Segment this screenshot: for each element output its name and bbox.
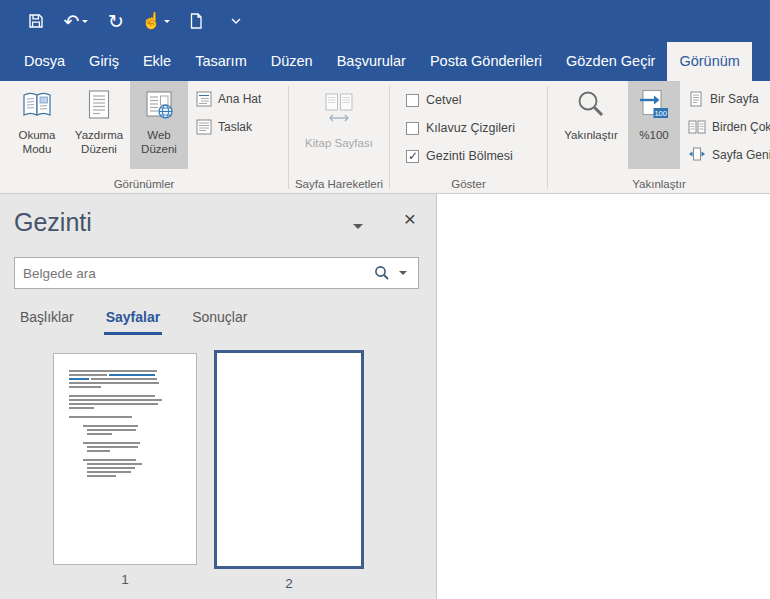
touch-mode-dropdown-caret-icon <box>164 20 170 23</box>
save-icon <box>27 12 45 30</box>
web-layout-icon <box>143 89 175 121</box>
draft-view-icon <box>196 119 212 135</box>
customize-qat-button[interactable] <box>216 6 256 36</box>
undo-button[interactable]: ↶ <box>56 6 96 36</box>
zoom-magnifier-icon <box>575 89 607 121</box>
book-page-button: Kitap Sayfası <box>296 81 382 169</box>
one-page-button[interactable]: Bir Sayfa <box>688 89 770 109</box>
gridlines-checkbox[interactable] <box>406 122 419 135</box>
tab-basvurular[interactable]: Başvurular <box>325 42 418 81</box>
tab-ekle[interactable]: Ekle <box>131 42 183 81</box>
pane-tab-basliklar[interactable]: Başlıklar <box>18 309 76 335</box>
zoom-100-icon: 100 <box>638 89 670 121</box>
page-thumbnail-1-content <box>54 354 196 477</box>
undo-icon: ↶ <box>64 12 80 31</box>
new-document-button[interactable] <box>176 6 216 36</box>
reading-mode-button[interactable]: Okuma Modu <box>6 81 68 169</box>
zoom-group-label: Yakınlaştır <box>548 178 770 190</box>
save-button[interactable] <box>16 6 56 36</box>
ribbon-group-zoom: Yakınlaştır 100 %100 <box>548 81 770 193</box>
navigation-pane: Gezinti × Başlıklar Sayfalar Sonuçlar 1 … <box>0 194 437 599</box>
document-search-box[interactable] <box>14 257 419 289</box>
navigation-pane-tabs: Başlıklar Sayfalar Sonuçlar <box>18 309 249 335</box>
tab-posta-gonderileri[interactable]: Posta Gönderileri <box>418 42 554 81</box>
search-dropdown-caret-icon[interactable] <box>399 271 407 275</box>
zoom-100-button[interactable]: 100 %100 <box>628 81 680 169</box>
pane-tab-sonuclar[interactable]: Sonuçlar <box>190 309 249 335</box>
page-thumbnail-2-content <box>214 350 364 569</box>
tab-tasarim[interactable]: Tasarım <box>183 42 259 81</box>
navigation-pane-title: Gezinti <box>14 208 92 237</box>
ribbon-group-page-movement: Kitap Sayfası Sayfa Hareketleri <box>289 81 389 193</box>
page-thumbnail-list: 1 2 <box>53 353 364 591</box>
ribbon-group-views: Okuma Modu Yazdırma Düzeni <box>0 81 288 193</box>
pane-options-button[interactable] <box>348 218 368 234</box>
print-layout-icon <box>85 89 113 121</box>
ruler-checkbox-row[interactable]: Cetvel <box>406 90 547 110</box>
multiple-pages-button[interactable]: Birden Çok Sayfa <box>688 117 770 137</box>
touch-mode-icon: ☝ <box>142 13 162 29</box>
zoom-button[interactable]: Yakınlaştır <box>554 81 628 169</box>
search-icon[interactable] <box>374 265 390 281</box>
chevron-down-icon <box>229 15 243 27</box>
tab-gozden-gecir[interactable]: Gözden Geçir <box>554 42 667 81</box>
page-number-1: 1 <box>121 572 129 587</box>
tab-duzen[interactable]: Düzen <box>259 42 325 81</box>
multiple-pages-icon <box>688 119 706 135</box>
views-group-label: Görünümler <box>0 178 288 190</box>
tab-gorunum[interactable]: Görünüm <box>667 42 751 81</box>
page-width-icon <box>688 147 706 163</box>
undo-dropdown-caret-icon <box>82 20 88 23</box>
page-movement-group-label: Sayfa Hareketleri <box>289 178 389 190</box>
ribbon-tab-bar: Dosya Giriş Ekle Tasarım Düzen Başvurula… <box>0 42 770 81</box>
outline-view-button[interactable]: Ana Hat <box>196 89 261 109</box>
web-layout-button[interactable]: Web Düzeni <box>130 81 188 169</box>
search-input[interactable] <box>15 266 374 281</box>
page-thumbnail-2[interactable]: 2 <box>214 353 364 591</box>
page-width-button[interactable]: Sayfa Genişliği <box>688 145 770 165</box>
pane-tab-sayfalar[interactable]: Sayfalar <box>104 309 162 335</box>
ribbon-group-show: Cetvel Kılavuz Çizgileri Gezinti Bölmesi… <box>390 81 547 193</box>
title-bar: ↶ ↻ ☝ <box>0 0 770 42</box>
document-area[interactable] <box>438 194 770 599</box>
show-group-label: Göster <box>390 178 547 190</box>
redo-icon: ↻ <box>108 12 124 31</box>
ruler-checkbox[interactable] <box>406 94 419 107</box>
tab-dosya[interactable]: Dosya <box>12 42 77 81</box>
print-layout-button[interactable]: Yazdırma Düzeni <box>68 81 130 169</box>
page-thumbnail-1[interactable]: 1 <box>53 353 197 587</box>
outline-view-icon <box>196 91 212 107</box>
svg-text:100: 100 <box>654 109 667 118</box>
pane-close-button[interactable]: × <box>404 208 416 229</box>
reading-mode-icon <box>21 90 53 120</box>
gridlines-checkbox-row[interactable]: Kılavuz Çizgileri <box>406 118 547 138</box>
ribbon: Okuma Modu Yazdırma Düzeni <box>0 81 770 194</box>
tab-giris[interactable]: Giriş <box>77 42 131 81</box>
one-page-icon <box>688 91 704 107</box>
page-number-2: 2 <box>285 576 293 591</box>
chevron-down-icon <box>353 224 363 229</box>
redo-button[interactable]: ↻ <box>96 6 136 36</box>
navigation-pane-checkbox-row[interactable]: Gezinti Bölmesi <box>406 146 547 166</box>
draft-view-button[interactable]: Taslak <box>196 117 261 137</box>
touch-mode-button[interactable]: ☝ <box>136 6 176 36</box>
book-page-icon <box>322 92 356 126</box>
new-document-icon <box>187 12 205 30</box>
navigation-pane-checkbox[interactable] <box>406 150 419 163</box>
